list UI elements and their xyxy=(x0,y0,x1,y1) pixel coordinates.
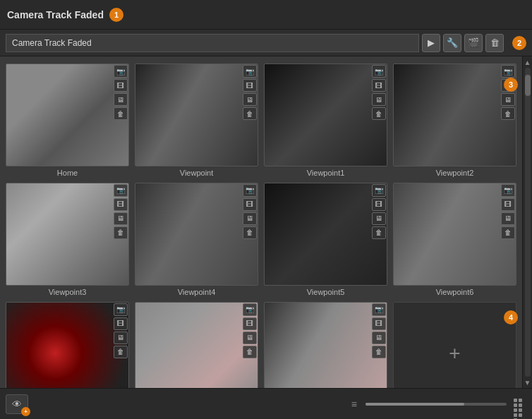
overlay-icons-viewpoint: 📷🎞🖥🗑 xyxy=(243,65,257,120)
monitor-icon-viewpoint9[interactable]: 🖥 xyxy=(372,332,386,344)
track-name-input[interactable] xyxy=(6,34,419,52)
thumb-wrap-viewpoint5: 📷🎞🖥🗑 xyxy=(264,183,387,286)
scroll-up-arrow[interactable]: ▲ xyxy=(524,58,532,66)
camera-icon-viewpoint5[interactable]: 📷 xyxy=(372,184,386,197)
viewpoint-label-viewpoint: Viewpoint xyxy=(180,169,214,177)
camera-icon-viewpoint3[interactable]: 📷 xyxy=(114,184,128,197)
thumbnail-viewpoint9[interactable] xyxy=(264,302,387,388)
viewpoint-cell-viewpoint4: 📷🎞🖥🗑Viewpoint4 xyxy=(135,183,258,296)
monitor-icon-home[interactable]: 🖥 xyxy=(114,93,128,106)
viewpoint-cell-viewpoint3: 📷🎞🖥🗑Viewpoint3 xyxy=(6,183,129,296)
trash-icon-viewpoint2[interactable]: 🗑 xyxy=(501,107,515,120)
camera-icon-viewpoint4[interactable]: 📷 xyxy=(243,184,257,197)
camera-icon-viewpoint8[interactable]: 📷 xyxy=(243,303,257,316)
viewpoint-cell-viewpoint8: 📷🎞🖥🗑Viewpoint8 xyxy=(135,302,258,388)
viewpoint-cell-viewpoint: 📷🎞🖥🗑Viewpoint xyxy=(135,63,258,177)
camera-icon-viewpoint7[interactable]: 📷 xyxy=(114,303,128,316)
monitor-icon-viewpoint[interactable]: 🖥 xyxy=(243,93,257,106)
wrench-button[interactable]: 🔧 xyxy=(443,34,461,52)
film-icon-viewpoint3[interactable]: 🎞 xyxy=(114,198,128,211)
monitor-icon-viewpoint2[interactable]: 🖥 xyxy=(501,93,515,106)
viewpoint-label-viewpoint4: Viewpoint4 xyxy=(178,288,216,296)
scroll-down-arrow[interactable]: ▼ xyxy=(524,378,532,387)
viewpoint-cell-viewpoint1: 📷🎞🖥🗑Viewpoint1 xyxy=(264,63,387,177)
viewpoint-label-viewpoint2: Viewpoint2 xyxy=(436,169,474,177)
overlay-icons-viewpoint9: 📷🎞🖥🗑 xyxy=(372,303,386,358)
toolbar-badge: 2 xyxy=(512,36,526,50)
thumb-wrap-viewpoint2: 📷🎞🖥🗑 xyxy=(393,63,516,166)
menu-icon[interactable]: ≡ xyxy=(351,399,357,410)
viewpoint-label-home: Home xyxy=(57,169,78,177)
thumbnail-viewpoint2[interactable] xyxy=(393,63,516,166)
thumbnail-viewpoint3[interactable] xyxy=(6,183,129,286)
monitor-icon-viewpoint3[interactable]: 🖥 xyxy=(114,212,128,225)
slider-fill xyxy=(365,403,464,406)
trash-icon-viewpoint7[interactable]: 🗑 xyxy=(114,346,128,358)
overlay-icons-viewpoint1: 📷🎞🖥🗑 xyxy=(372,65,386,120)
trash-icon-viewpoint1[interactable]: 🗑 xyxy=(372,107,386,120)
camera-icon-viewpoint1[interactable]: 📷 xyxy=(372,65,386,78)
overlay-icons-viewpoint3: 📷🎞🖥🗑 xyxy=(114,184,128,239)
trash-icon-viewpoint4[interactable]: 🗑 xyxy=(243,226,257,239)
trash-icon-viewpoint8[interactable]: 🗑 xyxy=(243,346,257,358)
thumbnail-viewpoint7[interactable] xyxy=(6,302,129,388)
overlay-icons-viewpoint5: 📷🎞🖥🗑 xyxy=(372,184,386,239)
monitor-icon-viewpoint1[interactable]: 🖥 xyxy=(372,93,386,106)
film-icon-viewpoint7[interactable]: 🎞 xyxy=(114,317,128,330)
film-icon-viewpoint4[interactable]: 🎞 xyxy=(243,198,257,211)
monitor-icon-viewpoint6[interactable]: 🖥 xyxy=(501,212,515,225)
film-button[interactable]: 🎬 xyxy=(464,34,483,52)
monitor-icon-viewpoint8[interactable]: 🖥 xyxy=(243,332,257,344)
viewpoint-label-viewpoint3: Viewpoint3 xyxy=(49,288,87,296)
camera-icon-viewpoint[interactable]: 📷 xyxy=(243,65,257,78)
zoom-slider[interactable] xyxy=(365,403,507,406)
film-icon-viewpoint1[interactable]: 🎞 xyxy=(372,79,386,92)
add-viewpoint-button[interactable]: + xyxy=(393,302,516,388)
trash-icon-viewpoint[interactable]: 🗑 xyxy=(243,107,257,120)
thumbnail-viewpoint4[interactable] xyxy=(135,183,258,286)
viewpoint-cell-viewpoint5: 📷🎞🖥🗑Viewpoint5 xyxy=(264,183,387,296)
trash-icon-viewpoint5[interactable]: 🗑 xyxy=(372,226,386,239)
section-badge-3: 3 xyxy=(504,78,518,92)
thumbnail-home[interactable] xyxy=(6,63,129,166)
title-bar: Camera Track Faded 1 xyxy=(0,0,532,30)
camera-icon-viewpoint9[interactable]: 📷 xyxy=(372,303,386,316)
thumbnail-viewpoint5[interactable] xyxy=(264,183,387,286)
camera-icon-home[interactable]: 📷 xyxy=(114,65,128,78)
play-button[interactable]: ▶ xyxy=(422,34,440,52)
grid-view-button[interactable] xyxy=(512,397,526,411)
eye-button[interactable]: 👁 + xyxy=(6,394,28,414)
film-icon-viewpoint9[interactable]: 🎞 xyxy=(372,317,386,330)
thumbnail-viewpoint[interactable] xyxy=(135,63,258,166)
thumbnail-viewpoint6[interactable] xyxy=(393,183,516,286)
film-icon-viewpoint5[interactable]: 🎞 xyxy=(372,198,386,211)
thumbnail-viewpoint8[interactable] xyxy=(135,302,258,388)
trash-icon-home[interactable]: 🗑 xyxy=(114,107,128,120)
monitor-icon-viewpoint5[interactable]: 🖥 xyxy=(372,212,386,225)
vertical-scrollbar[interactable]: ▲ ▼ xyxy=(522,56,532,388)
trash-icon-viewpoint3[interactable]: 🗑 xyxy=(114,226,128,239)
film-icon-viewpoint6[interactable]: 🎞 xyxy=(501,198,515,211)
thumb-wrap-viewpoint9: 📷🎞🖥🗑 xyxy=(264,302,387,388)
viewpoints-grid: 📷🎞🖥🗑Home📷🎞🖥🗑Viewpoint📷🎞🖥🗑Viewpoint1📷🎞🖥🗑V… xyxy=(0,56,522,388)
thumbnail-viewpoint1[interactable] xyxy=(264,63,387,166)
monitor-icon-viewpoint7[interactable]: 🖥 xyxy=(114,332,128,344)
overlay-icons-viewpoint6: 📷🎞🖥🗑 xyxy=(501,184,515,239)
trash-icon-viewpoint9[interactable]: 🗑 xyxy=(372,346,386,358)
eye-icon: 👁 xyxy=(12,399,22,410)
bottom-bar: 👁 + ≡ xyxy=(0,388,532,419)
thumb-wrap-viewpoint7: 📷🎞🖥🗑 xyxy=(6,302,129,388)
overlay-icons-viewpoint8: 📷🎞🖥🗑 xyxy=(243,303,257,358)
film-icon-viewpoint[interactable]: 🎞 xyxy=(243,79,257,92)
viewpoint-label-viewpoint5: Viewpoint5 xyxy=(307,288,345,296)
film-icon-viewpoint8[interactable]: 🎞 xyxy=(243,317,257,330)
trash-icon-viewpoint6[interactable]: 🗑 xyxy=(501,226,515,239)
camera-icon-viewpoint2[interactable]: 📷 xyxy=(501,65,515,78)
thumb-wrap-home: 📷🎞🖥🗑 xyxy=(6,63,129,166)
film-icon-home[interactable]: 🎞 xyxy=(114,79,128,92)
scroll-track[interactable] xyxy=(525,68,531,377)
scroll-thumb[interactable] xyxy=(525,75,531,96)
camera-icon-viewpoint6[interactable]: 📷 xyxy=(501,184,515,197)
monitor-icon-viewpoint4[interactable]: 🖥 xyxy=(243,212,257,225)
delete-button[interactable]: 🗑 xyxy=(485,34,504,52)
